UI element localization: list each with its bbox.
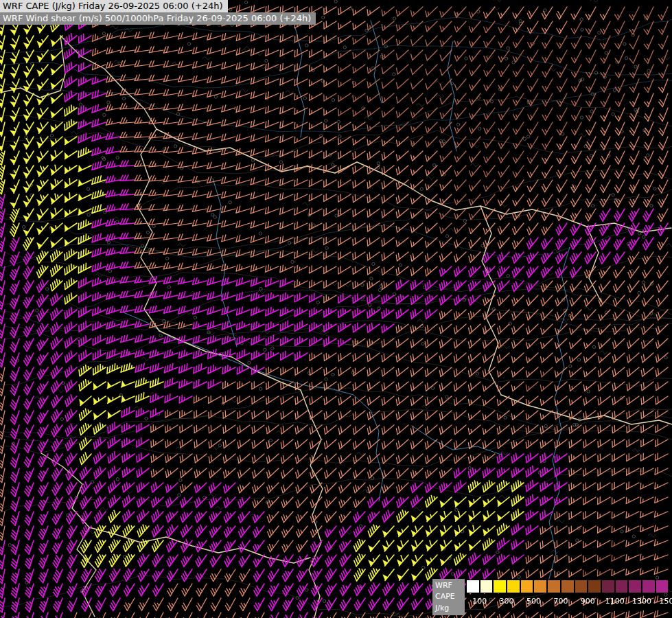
legend-swatch [601,580,615,593]
legend-swatch [575,580,588,593]
legend-tick: 900 [581,597,595,606]
legend-swatch [520,580,534,593]
legend-tick: 100 [472,597,487,606]
legend-tick: 1100 [605,597,625,606]
legend-swatch [547,580,561,593]
legend-swatch [628,580,642,593]
legend-swatch [533,580,547,593]
legend-swatch [656,580,669,593]
legend-swatch [615,580,629,593]
weather-map-viewport: WRF CAPE (J/kg) Friday 26-09-2025 06:00 … [0,0,672,618]
legend-swatch-row [466,580,669,593]
legend-units-label: J/kg [435,603,462,615]
legend-swatch [466,580,480,593]
legend-info-box: WRF CAPE J/kg [432,579,465,616]
legend-tick: 700 [553,597,568,606]
legend-swatch [588,580,601,593]
title-wind-shear: WRF Wind shear (m/s) 500/1000hPa Friday … [0,12,316,25]
legend-swatch [642,580,656,593]
legend-tick: 500 [526,597,541,606]
title-cape: WRF CAPE (J/kg) Friday 26-09-2025 06:00 … [0,0,228,12]
legend-tick-labels: 100300500700900110013001500 [466,597,669,607]
legend-swatch [561,580,575,593]
legend-swatch [507,580,520,593]
legend-tick: 1500 [660,597,672,606]
legend-parameter-label: CAPE [435,591,462,603]
legend-model-label: WRF [435,580,462,592]
legend-swatch [480,580,494,593]
legend-color-scale: 100300500700900110013001500 [466,579,669,616]
weather-map-canvas [0,0,672,618]
legend-swatch [493,580,507,593]
cape-legend: WRF CAPE J/kg 10030050070090011001300150… [432,579,669,616]
legend-tick: 1300 [632,597,651,606]
legend-tick: 300 [500,597,514,606]
